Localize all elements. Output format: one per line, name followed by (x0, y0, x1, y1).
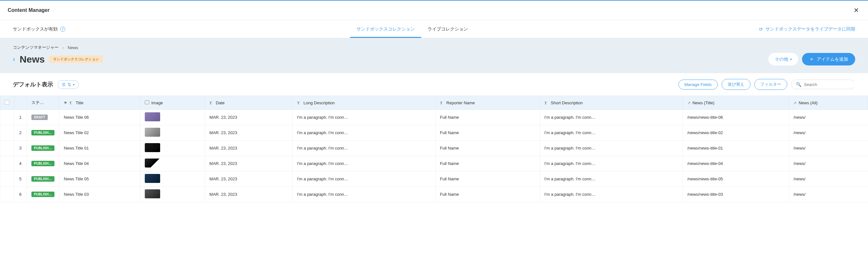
thumbnail-image (145, 174, 160, 183)
col-image[interactable]: Image (140, 96, 205, 110)
cell-long-description: I'm a paragraph. I'm conn… (292, 156, 435, 171)
cell-date: MAR. 23, 2023 (205, 110, 292, 125)
table-row[interactable]: 1 DRAFT News Title 06 MAR. 23, 2023 I'm … (0, 110, 868, 125)
cell-image[interactable] (140, 140, 205, 156)
cell-short-description: I'm a paragraph. I'm conn… (540, 187, 683, 202)
table-row[interactable]: 3 PUBLISH… News Title 01 MAR. 23, 2023 I… (0, 140, 868, 156)
view-selector[interactable]: ☰ ⇅ ▾ (58, 80, 79, 89)
cell-status: DRAFT (27, 110, 59, 125)
cell-image[interactable] (140, 171, 205, 187)
cell-news-all-link[interactable]: /news/ (789, 156, 868, 171)
cell-news-all-link[interactable]: /news/ (789, 125, 868, 140)
col-date[interactable]: TDate (205, 96, 292, 110)
table-row[interactable]: 6 PUBLISH… News Title 03 MAR. 23, 2023 I… (0, 187, 868, 202)
cell-news-title-link[interactable]: /news/news-title-04 (683, 156, 789, 171)
thumbnail-image (145, 128, 160, 137)
cell-news-all-link[interactable]: /news/ (789, 171, 868, 187)
manage-fields-button[interactable]: Manage Fields (678, 80, 718, 89)
col-title[interactable]: ⚑TTitle (59, 96, 140, 110)
col-reporter-name[interactable]: TReporter Name (435, 96, 540, 110)
cell-short-description: I'm a paragraph. I'm conn… (540, 171, 683, 187)
cell-image[interactable] (140, 110, 205, 125)
flag-icon: ⚑ (64, 101, 67, 105)
col-news-all[interactable]: ↗News (All) (789, 96, 868, 110)
sync-link-text: サンドボックスデータをライブデータに同期 (766, 26, 855, 32)
table-header-row: ステ… ⚑TTitle Image TDate TLong Descriptio… (0, 96, 868, 110)
text-icon: T (440, 101, 444, 105)
cell-checkbox (0, 156, 14, 171)
cell-reporter: Full Name (435, 125, 540, 140)
cell-image[interactable] (140, 187, 205, 202)
cell-news-all-link[interactable]: /news/ (789, 110, 868, 125)
sync-data-link[interactable]: ⟳ サンドボックスデータをライブデータに同期 (759, 26, 855, 32)
table-wrapper[interactable]: ステ… ⚑TTitle Image TDate TLong Descriptio… (0, 96, 868, 202)
cell-news-title-link[interactable]: /news/news-title-03 (683, 187, 789, 202)
search-icon: 🔍 (796, 82, 801, 87)
sync-icon: ⟳ (759, 27, 763, 32)
search-input[interactable] (804, 82, 858, 87)
page-section: コンテンツマネージャー › News ‹ News サンドボックスコレクション … (0, 38, 868, 73)
page-title: News (20, 54, 44, 65)
cell-reporter: Full Name (435, 171, 540, 187)
app-title: Content Manager (8, 7, 50, 13)
cell-news-all-link[interactable]: /news/ (789, 140, 868, 156)
collection-tabs: サンドボックスコレクション ライブコレクション (350, 20, 474, 38)
col-news-title[interactable]: ↗News (Title) (683, 96, 789, 110)
cell-news-title-link[interactable]: /news/news-title-06 (683, 110, 789, 125)
text-icon: T (210, 101, 214, 105)
cell-news-title-link[interactable]: /news/news-title-05 (683, 171, 789, 187)
cell-news-all-link[interactable]: /news/ (789, 187, 868, 202)
cell-checkbox (0, 110, 14, 125)
tab-sandbox-collection[interactable]: サンドボックスコレクション (350, 20, 421, 38)
col-status[interactable]: ステ… (27, 96, 59, 110)
add-item-label: アイテムを追加 (817, 56, 848, 62)
breadcrumb-root[interactable]: コンテンツマネージャー (13, 45, 59, 50)
tab-live-collection[interactable]: ライブコレクション (421, 20, 474, 38)
cell-news-title-link[interactable]: /news/news-title-01 (683, 140, 789, 156)
thumbnail-image (145, 112, 160, 121)
status-badge: PUBLISH… (31, 192, 55, 197)
table-row[interactable]: 5 PUBLISH… News Title 05 MAR. 23, 2023 I… (0, 171, 868, 187)
other-button[interactable]: その他 ▾ (768, 53, 798, 65)
filter-button[interactable]: フィルター (754, 79, 787, 90)
table-row[interactable]: 4 PUBLISH… News Title 04 MAR. 23, 2023 I… (0, 156, 868, 171)
cell-number: 3 (14, 140, 27, 156)
back-chevron-icon[interactable]: ‹ (13, 55, 15, 63)
col-checkbox (0, 96, 14, 110)
sandbox-badge: サンドボックスコレクション (49, 55, 103, 63)
cell-news-title-link[interactable]: /news/news-title-02 (683, 125, 789, 140)
info-icon[interactable]: i (60, 27, 65, 32)
cell-number: 1 (14, 110, 27, 125)
search-box[interactable]: 🔍 (791, 80, 855, 89)
cell-image[interactable] (140, 125, 205, 140)
cell-reporter: Full Name (435, 156, 540, 171)
cell-long-description: I'm a paragraph. I'm conn… (292, 140, 435, 156)
cell-image[interactable] (140, 156, 205, 171)
cell-short-description: I'm a paragraph. I'm conn… (540, 110, 683, 125)
cell-status: PUBLISH… (27, 187, 59, 202)
cell-checkbox (0, 171, 14, 187)
cell-title[interactable]: News Title 06 (59, 110, 140, 125)
external-link-icon: ↗ (687, 101, 690, 105)
cell-long-description: I'm a paragraph. I'm conn… (292, 171, 435, 187)
col-long-description[interactable]: TLong Description (292, 96, 435, 110)
cell-title[interactable]: News Title 04 (59, 156, 140, 171)
add-item-button[interactable]: ＋ アイテムを追加 (802, 53, 855, 65)
status-badge: PUBLISH… (31, 161, 55, 166)
thumbnail-image (145, 189, 160, 198)
cell-title[interactable]: News Title 01 (59, 140, 140, 156)
app-header: Content Manager ✕ (0, 1, 868, 20)
col-short-description[interactable]: TShort Description (540, 96, 683, 110)
cell-checkbox (0, 187, 14, 202)
select-all-checkbox[interactable] (5, 100, 9, 105)
external-link-icon: ↗ (794, 101, 797, 105)
cell-title[interactable]: News Title 05 (59, 171, 140, 187)
cell-reporter: Full Name (435, 140, 540, 156)
cell-title[interactable]: News Title 02 (59, 125, 140, 140)
cell-title[interactable]: News Title 03 (59, 187, 140, 202)
cell-date: MAR. 23, 2023 (205, 125, 292, 140)
chevron-right-icon: › (62, 45, 64, 50)
sort-button[interactable]: 並び替え (722, 79, 750, 90)
table-row[interactable]: 2 PUBLISH… News Title 02 MAR. 23, 2023 I… (0, 125, 868, 140)
close-icon[interactable]: ✕ (852, 5, 860, 16)
